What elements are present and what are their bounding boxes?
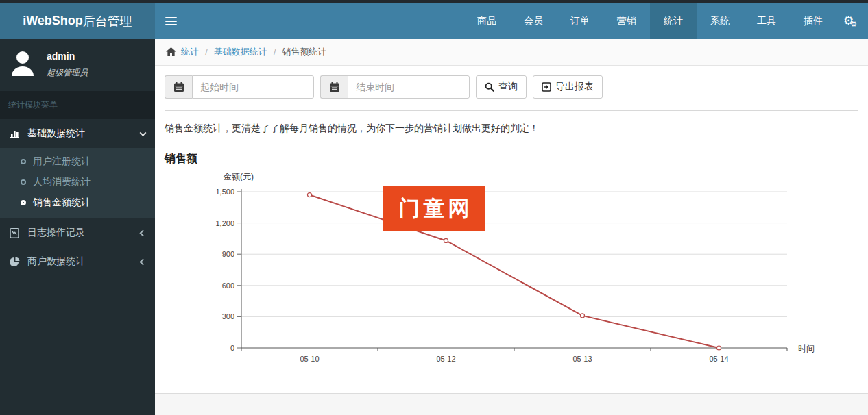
- log-file-icon: [10, 228, 21, 238]
- sidebar-section-header: 统计模块菜单: [0, 91, 155, 119]
- sidebar-item-log-records[interactable]: 日志操作记录: [0, 218, 155, 247]
- sidebar-item-merchant-stats[interactable]: 商户数据统计: [0, 247, 155, 276]
- search-button[interactable]: 查询: [476, 75, 527, 99]
- nav-item-system[interactable]: 系统: [697, 3, 743, 39]
- sidebar-item-label: 基础数据统计: [27, 127, 85, 140]
- home-icon: [166, 47, 176, 57]
- sidebar-item-user-registration-stats[interactable]: 用户注册统计: [0, 151, 155, 172]
- sidebar-item-label: 日志操作记录: [27, 227, 85, 239]
- svg-text:05-12: 05-12: [436, 355, 455, 363]
- watermark-badge: 门童网: [383, 186, 485, 231]
- svg-text:600: 600: [222, 281, 234, 290]
- svg-text:05-14: 05-14: [709, 355, 728, 363]
- person-icon: [8, 49, 37, 80]
- nav-item-marketing[interactable]: 营销: [603, 3, 650, 39]
- nav-item-products[interactable]: 商品: [463, 3, 510, 39]
- search-icon: [485, 82, 494, 92]
- sidebar: admin 超级管理员 统计模块菜单 基础数据统计 用户注册统计 人均消费统计: [0, 39, 155, 415]
- user-panel: admin 超级管理员: [0, 39, 155, 91]
- nav-item-plugins[interactable]: 插件: [790, 3, 836, 39]
- chevron-left-icon: [140, 229, 147, 236]
- search-button-label: 查询: [498, 81, 518, 93]
- app-window: iWebShop后台管理 商品 会员 订单 营销 统计 系统 工具 插件 ⚙⚙ …: [0, 0, 868, 415]
- chevron-down-icon: [140, 129, 147, 136]
- circle-o-icon: [21, 200, 26, 205]
- calendar-icon: [320, 75, 348, 99]
- svg-text:05-10: 05-10: [300, 355, 319, 363]
- export-report-button[interactable]: 导出报表: [533, 75, 603, 99]
- basic-stats-submenu: 用户注册统计 人均消费统计 销售金额统计: [0, 148, 155, 218]
- page-description: 销售金额统计，更清楚了了解每月销售的情况，为你下一步的营销计划做出更好的判定！: [165, 123, 858, 135]
- pie-chart-icon: [10, 257, 21, 267]
- svg-text:时间: 时间: [798, 344, 815, 353]
- svg-text:300: 300: [222, 312, 234, 320]
- brand-logo[interactable]: iWebShop后台管理: [0, 3, 155, 39]
- sales-line-chart: 03006009001,2001,50005-1005-1205-1305-14…: [165, 170, 836, 375]
- divider: [165, 110, 858, 111]
- chart-canvas: 03006009001,2001,50005-1005-1205-1305-14…: [165, 170, 823, 375]
- breadcrumb-current: 销售额统计: [282, 46, 326, 58]
- breadcrumb-separator: /: [205, 47, 208, 58]
- circle-o-icon: [21, 159, 26, 164]
- end-date-group: [320, 75, 470, 99]
- page-background: [155, 394, 868, 415]
- export-file-icon: [542, 82, 551, 92]
- breadcrumb-link-statistics[interactable]: 统计: [181, 46, 199, 58]
- sidebar-item-per-capita-consumption-stats[interactable]: 人均消费统计: [0, 172, 155, 192]
- submenu-item-label: 用户注册统计: [33, 155, 91, 168]
- top-navbar: iWebShop后台管理 商品 会员 订单 营销 统计 系统 工具 插件 ⚙⚙: [0, 3, 868, 39]
- user-name: admin: [47, 51, 88, 62]
- hamburger-icon[interactable]: [155, 3, 186, 39]
- breadcrumb: 统计 / 基础数据统计 / 销售额统计: [155, 39, 868, 66]
- user-role: 超级管理员: [47, 67, 88, 79]
- brand-name-zh: 后台管理: [83, 13, 132, 29]
- svg-text:金额(元): 金额(元): [223, 172, 254, 181]
- breadcrumb-separator: /: [274, 47, 276, 58]
- submenu-item-label: 人均消费统计: [33, 176, 91, 188]
- nav-item-orders[interactable]: 订单: [557, 3, 603, 39]
- chart-title: 销售额: [165, 152, 858, 166]
- content-panel: 查询 导出报表 销售金额统计，更清楚了了解每月销售的情况，为你下一步的营销计划做…: [155, 66, 868, 394]
- calendar-icon: [165, 75, 192, 99]
- breadcrumb-link-basic-stats[interactable]: 基础数据统计: [214, 46, 267, 58]
- circle-o-icon: [21, 179, 26, 185]
- chevron-left-icon: [140, 258, 147, 265]
- sidebar-item-label: 商户数据统计: [27, 255, 85, 268]
- brand-name-en: iWebShop: [23, 14, 83, 28]
- nav-item-statistics[interactable]: 统计: [650, 3, 697, 39]
- cogs-icon[interactable]: ⚙⚙: [836, 3, 868, 39]
- svg-text:1,200: 1,200: [215, 219, 234, 227]
- filter-bar: 查询 导出报表: [165, 75, 858, 99]
- end-date-input[interactable]: [348, 75, 470, 99]
- nav-item-tools[interactable]: 工具: [743, 3, 790, 39]
- navbar-menu: 商品 会员 订单 营销 统计 系统 工具 插件 ⚙⚙: [463, 3, 868, 39]
- bar-chart-icon: [10, 129, 21, 138]
- start-date-input[interactable]: [192, 75, 314, 99]
- sidebar-item-sales-amount-stats[interactable]: 销售金额统计: [0, 192, 155, 213]
- nav-item-members[interactable]: 会员: [510, 3, 557, 39]
- svg-text:0: 0: [230, 344, 234, 352]
- svg-text:05-13: 05-13: [572, 355, 592, 363]
- svg-text:900: 900: [222, 250, 234, 258]
- svg-text:1,500: 1,500: [215, 188, 234, 196]
- start-date-group: [165, 75, 314, 99]
- submenu-item-label: 销售金额统计: [33, 197, 91, 209]
- sidebar-item-basic-stats[interactable]: 基础数据统计: [0, 119, 155, 148]
- export-button-label: 导出报表: [555, 81, 594, 93]
